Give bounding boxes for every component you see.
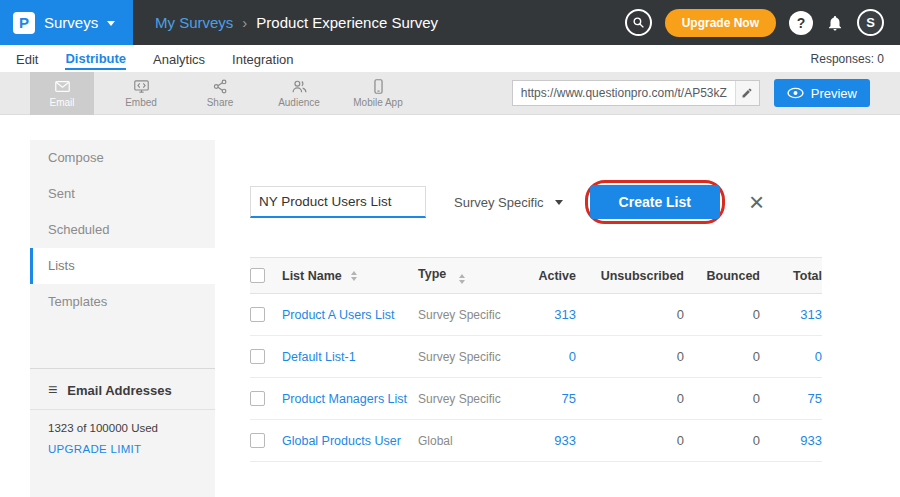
sidebar-item-templates[interactable]: Templates (30, 284, 215, 320)
list-type-dropdown[interactable]: Survey Specific (454, 195, 563, 210)
sort-icon[interactable] (459, 274, 465, 284)
breadcrumb-my-surveys[interactable]: My Surveys (155, 14, 233, 31)
channel-mobile-app[interactable]: Mobile App (346, 72, 410, 115)
active-count[interactable]: 313 (518, 307, 576, 322)
list-type-value: Survey Specific (454, 195, 544, 210)
channel-embed[interactable]: Embed (109, 72, 173, 115)
bounced-count: 0 (684, 307, 760, 322)
product-switcher[interactable]: P Surveys (0, 0, 133, 45)
search-button[interactable] (625, 9, 652, 36)
pencil-icon (741, 87, 753, 99)
tab-integration[interactable]: Integration (232, 49, 293, 69)
total-count[interactable]: 75 (760, 391, 822, 406)
unsubscribed-count: 0 (576, 433, 684, 448)
channel-share[interactable]: Share (188, 72, 252, 115)
list-name-link[interactable]: Default List-1 (282, 350, 356, 364)
sort-icon[interactable] (351, 271, 357, 281)
breadcrumb-separator-icon: › (242, 14, 247, 31)
notifications-button[interactable] (826, 14, 844, 32)
total-count[interactable]: 313 (760, 307, 822, 322)
list-type: Survey Specific (418, 350, 501, 364)
close-icon[interactable]: × (749, 189, 764, 215)
breadcrumb-current-survey: Product Experience Survey (256, 14, 438, 31)
upgrade-now-button[interactable]: Upgrade Now (665, 9, 776, 37)
embed-icon (133, 78, 150, 95)
list-name-link[interactable]: Product A Users List (282, 308, 395, 322)
email-icon (54, 78, 71, 95)
total-count[interactable]: 0 (760, 349, 822, 364)
sidebar-item-compose[interactable]: Compose (30, 140, 215, 176)
breadcrumb: My Surveys › Product Experience Survey (155, 14, 438, 31)
active-count[interactable]: 0 (518, 349, 576, 364)
preview-button[interactable]: Preview (774, 79, 870, 107)
row-checkbox[interactable] (250, 307, 265, 322)
channel-email[interactable]: Email (30, 72, 94, 115)
header-type: Type (418, 267, 446, 281)
list-name-link[interactable]: Product Managers List (282, 392, 407, 406)
email-addresses-section: ≡ Email Addresses 1323 of 100000 Used UP… (30, 368, 215, 461)
survey-nav: Edit Distribute Analytics Integration Re… (0, 45, 900, 72)
list-name-link[interactable]: Global Products User (282, 434, 401, 448)
create-list-row: Survey Specific Create List × (250, 180, 870, 224)
upgrade-limit-link[interactable]: UPGRADE LIMIT (30, 437, 215, 461)
row-checkbox[interactable] (250, 349, 265, 364)
distribute-toolbar: Email Embed Share Audience Mobile App Pr… (0, 72, 900, 115)
channel-mobile-app-label: Mobile App (353, 97, 402, 108)
unsubscribed-count: 0 (576, 349, 684, 364)
tab-analytics[interactable]: Analytics (153, 49, 205, 69)
responses-count[interactable]: Responses: 0 (811, 52, 884, 66)
edit-url-button[interactable] (735, 81, 759, 105)
tab-edit[interactable]: Edit (16, 49, 38, 69)
product-name: Surveys (44, 14, 98, 31)
channel-email-label: Email (49, 97, 74, 108)
questionpro-logo-icon: P (13, 12, 35, 34)
top-bar: P Surveys My Surveys › Product Experienc… (0, 0, 900, 45)
bell-icon (826, 14, 844, 32)
channel-audience-label: Audience (278, 97, 320, 108)
channel-audience[interactable]: Audience (267, 72, 331, 115)
active-count[interactable]: 933 (518, 433, 576, 448)
table-row: Product A Users List Survey Specific 313… (250, 294, 822, 336)
survey-url-input[interactable] (513, 81, 735, 105)
survey-url-group (512, 80, 760, 106)
email-addresses-title: Email Addresses (67, 383, 171, 398)
row-checkbox[interactable] (250, 433, 265, 448)
help-button[interactable]: ? (789, 11, 813, 35)
mobile-app-icon (370, 78, 387, 95)
channel-share-label: Share (207, 97, 234, 108)
share-icon (212, 78, 229, 95)
bounced-count: 0 (684, 349, 760, 364)
email-addresses-header: ≡ Email Addresses (30, 369, 215, 410)
row-checkbox[interactable] (250, 391, 265, 406)
unsubscribed-count: 0 (576, 307, 684, 322)
channel-embed-label: Embed (125, 97, 157, 108)
app-window: P Surveys My Surveys › Product Experienc… (0, 0, 900, 497)
email-sidebar: Compose Sent Scheduled Lists Templates ≡… (30, 140, 215, 497)
total-count[interactable]: 933 (760, 433, 822, 448)
tab-distribute[interactable]: Distribute (65, 48, 126, 70)
unsubscribed-count: 0 (576, 391, 684, 406)
bounced-count: 0 (684, 433, 760, 448)
annotation-highlight-ring: Create List (585, 180, 725, 224)
chevron-down-icon (107, 21, 115, 26)
topbar-actions: Upgrade Now ? S (625, 9, 900, 37)
active-count[interactable]: 75 (518, 391, 576, 406)
sidebar-item-lists[interactable]: Lists (30, 248, 215, 284)
sidebar-item-scheduled[interactable]: Scheduled (30, 212, 215, 248)
list-type: Survey Specific (418, 392, 501, 406)
search-icon (632, 16, 645, 29)
table-row: Product Managers List Survey Specific 75… (250, 378, 822, 420)
header-list-name: List Name (282, 269, 342, 283)
email-usage-text: 1323 of 100000 Used (30, 410, 215, 437)
sidebar-item-sent[interactable]: Sent (30, 176, 215, 212)
select-all-checkbox[interactable] (250, 268, 265, 283)
bounced-count: 0 (684, 391, 760, 406)
list-name-input[interactable] (250, 186, 426, 218)
chevron-down-icon (555, 200, 563, 205)
content-area: Compose Sent Scheduled Lists Templates ≡… (0, 115, 900, 497)
header-unsubscribed: Unsubscribed (576, 269, 684, 283)
user-avatar[interactable]: S (857, 9, 884, 36)
lists-panel: Survey Specific Create List × List Name (215, 140, 870, 497)
preview-label: Preview (811, 86, 857, 101)
create-list-button[interactable]: Create List (590, 185, 720, 219)
